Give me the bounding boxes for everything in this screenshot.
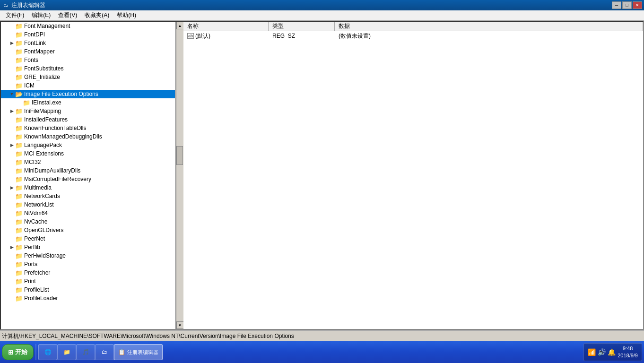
menu-file[interactable]: 文件(F): [2, 10, 28, 20]
app-icon: 🗂: [2, 1, 9, 9]
tree-item-font-management[interactable]: Font Management: [1, 22, 175, 30]
tree-item-ieinstal[interactable]: IEInstal.exe: [1, 98, 175, 107]
tree-item-ntvdm64[interactable]: NtVdm64: [1, 209, 175, 217]
tree-label-gre-initialize: GRE_Initialize: [24, 74, 60, 80]
taskbar-media-button[interactable]: 🎵: [76, 344, 95, 360]
tree-item-inifile-mapping[interactable]: ▶IniFileMapping: [1, 107, 175, 115]
menu-help[interactable]: 帮助(H): [113, 10, 140, 20]
folder-icon-perflib: [15, 243, 23, 251]
folder-icon-perhwid: [15, 252, 23, 259]
regedit-active-icon: 📋: [118, 349, 125, 355]
tree-item-known-managed[interactable]: KnownManagedDebuggingDlls: [1, 132, 175, 141]
tree-item-opengl-drivers[interactable]: OpenGLDrivers: [1, 226, 175, 234]
taskbar-regedit-active-button[interactable]: 📋 注册表编辑器: [114, 344, 163, 360]
tree-label-profileloader: ProfileLoader: [24, 295, 58, 302]
folder-icon-known-managed: [15, 133, 23, 140]
regedit-active-label: 注册表编辑器: [127, 349, 158, 356]
status-path: 计算机\HKEY_LOCAL_MACHINE\SOFTWARE\Microsof…: [2, 332, 294, 340]
taskbar-explorer-button[interactable]: 📁: [57, 344, 76, 360]
tree-item-fontmapper[interactable]: FontMapper: [1, 47, 175, 56]
tree-item-networkcards[interactable]: NetworkCards: [1, 192, 175, 200]
tree-label-minidump: MiniDumpAuxiliaryDlls: [24, 167, 80, 174]
folder-icon-ports: [15, 260, 23, 268]
expand-icon-inifile-mapping: ▶: [9, 108, 15, 114]
scroll-up-arrow[interactable]: ▲: [176, 22, 184, 29]
right-panel: 名称 类型 数据 ab(默认)REG_SZ(数值未设置): [183, 22, 643, 329]
tree-item-profilelist[interactable]: ProfileList: [1, 285, 175, 294]
folder-icon-font-management: [15, 22, 23, 30]
tree-item-peernet[interactable]: PeerNet: [1, 234, 175, 243]
folder-icon-nvcache: [15, 218, 23, 225]
table-row[interactable]: ab(默认)REG_SZ(数值未设置): [183, 31, 643, 41]
folder-icon-profileloader: [15, 294, 23, 302]
tree-scrollbar[interactable]: ▲ ▼: [176, 22, 183, 329]
tree-item-fontlink[interactable]: ▶FontLink: [1, 39, 175, 47]
minimize-button[interactable]: ─: [612, 1, 621, 9]
tree-item-print[interactable]: Print: [1, 277, 175, 285]
tree-item-ports[interactable]: Ports: [1, 260, 175, 268]
tree-item-image-file-exec[interactable]: ▼Image File Execution Options: [1, 90, 175, 98]
tree-label-image-file-exec: Image File Execution Options: [24, 91, 98, 97]
tree-label-profilelist: ProfileList: [24, 286, 49, 293]
tree-item-mci32[interactable]: MCI32: [1, 158, 175, 166]
folder-icon-print: [15, 277, 23, 285]
regedit-icon: 🗂: [102, 349, 107, 355]
maximize-button[interactable]: □: [622, 1, 632, 9]
tree-item-fontsubstitutes[interactable]: FontSubstitutes: [1, 64, 175, 73]
col-header-data: 数据: [335, 22, 643, 31]
tree-item-icm[interactable]: ICM: [1, 81, 175, 90]
folder-icon-msicorrupted: [15, 175, 23, 183]
expand-icon-multimedia: ▶: [9, 184, 15, 191]
tree-label-font-management: Font Management: [24, 23, 70, 29]
col-header-name: 名称: [183, 22, 269, 31]
menu-edit[interactable]: 编辑(E): [28, 10, 54, 20]
start-button[interactable]: ⊞ 开始: [2, 344, 34, 360]
folder-icon-networklist: [15, 201, 23, 208]
taskbar: ⊞ 开始 🌐 📁 🎵 🗂 📋 注册表编辑器 📶 🔊 🔔 9:48 2018/9/…: [0, 341, 644, 363]
tree-scroll[interactable]: Font ManagementFontDPI▶FontLinkFontMappe…: [1, 22, 175, 329]
tree-item-multimedia[interactable]: ▶Multimedia: [1, 183, 175, 192]
scroll-down-arrow[interactable]: ▼: [176, 321, 184, 329]
taskbar-systray: 📶 🔊 🔔 9:48 2018/9/9: [583, 343, 642, 361]
tree-item-msicorrupted[interactable]: MsiCorruptedFileRecovery: [1, 175, 175, 183]
folder-icon-fontsubstitutes: [15, 65, 23, 72]
tree-item-fonts[interactable]: Fonts: [1, 56, 175, 64]
tree-label-ieinstal: IEInstal.exe: [32, 99, 61, 106]
taskbar-regedit-button[interactable]: 🗂: [95, 344, 114, 360]
tree-label-fontlink: FontLink: [24, 40, 46, 46]
tree-item-language-pack[interactable]: ▶LanguagePack: [1, 141, 175, 149]
folder-icon-ntvdm64: [15, 209, 23, 217]
folder-icon-gre-initialize: [15, 73, 23, 81]
tree-item-fontdpi[interactable]: FontDPI: [1, 30, 175, 39]
tree-item-perflib[interactable]: ▶Perflib: [1, 243, 175, 251]
tree-item-perhwid[interactable]: PerHwIdStorage: [1, 251, 175, 260]
tree-item-installed-features[interactable]: InstalledFeatures: [1, 115, 175, 124]
tree-label-known-managed: KnownManagedDebuggingDlls: [24, 133, 102, 140]
tree-label-perhwid: PerHwIdStorage: [24, 252, 66, 259]
folder-icon-prefetcher: [15, 269, 23, 277]
taskbar-ie-button[interactable]: 🌐: [38, 344, 57, 360]
tree-item-networklist[interactable]: NetworkList: [1, 200, 175, 209]
tree-item-mci-extensions[interactable]: MCI Extensions: [1, 149, 175, 158]
tree-item-profileloader[interactable]: ProfileLoader: [1, 294, 175, 302]
tree-item-prefetcher[interactable]: Prefetcher: [1, 268, 175, 277]
system-clock[interactable]: 9:48 2018/9/9: [618, 345, 638, 360]
menu-favorites[interactable]: 收藏夹(A): [81, 10, 113, 20]
menu-view[interactable]: 查看(V): [54, 10, 81, 20]
network-icon: 📶: [588, 348, 596, 356]
expand-icon-language-pack: ▶: [9, 142, 15, 148]
scroll-thumb[interactable]: [176, 146, 183, 165]
expand-icon-perflib: ▶: [9, 244, 15, 251]
window-title: 注册表编辑器: [11, 1, 45, 9]
tree-item-gre-initialize[interactable]: GRE_Initialize: [1, 73, 175, 81]
tree-label-fontsubstitutes: FontSubstitutes: [24, 65, 63, 72]
tree-item-nvcache[interactable]: NvCache: [1, 217, 175, 226]
folder-icon-fontlink: [15, 39, 23, 47]
close-button[interactable]: ✕: [633, 1, 642, 9]
tree-item-minidump[interactable]: MiniDumpAuxiliaryDlls: [1, 166, 175, 175]
tree-label-ports: Ports: [24, 261, 37, 268]
tree-label-fontmapper: FontMapper: [24, 48, 55, 55]
folder-icon-minidump: [15, 167, 23, 174]
tree-label-installed-features: InstalledFeatures: [24, 116, 68, 123]
tree-item-known-func-table[interactable]: KnownFunctionTableDlls: [1, 124, 175, 132]
